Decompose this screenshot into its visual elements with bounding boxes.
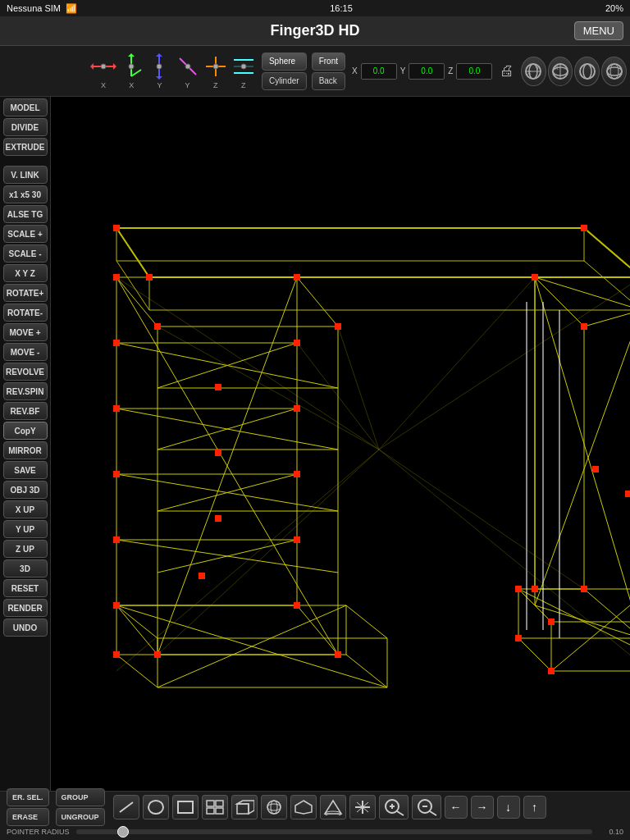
cube-tool[interactable] [231,795,258,819]
nav-right-button[interactable]: → [471,796,494,819]
mirror-button[interactable]: MIRROR [3,441,48,459]
svg-rect-159 [581,323,587,330]
nav-left-button[interactable]: ← [445,796,468,819]
rotateminus-button[interactable]: ROTATE- [3,304,48,322]
svg-rect-139 [113,274,120,281]
mesh-tool[interactable] [290,795,317,819]
threed-button[interactable]: 3D [3,559,48,578]
move-z-button[interactable]: Z [203,51,229,92]
zup-button[interactable]: Z UP [3,540,48,558]
rotate-free-button[interactable] [601,57,627,86]
grid-tool[interactable] [202,795,228,819]
svg-point-177 [148,801,163,814]
svg-rect-146 [335,651,341,658]
canvas-area[interactable] [51,97,630,791]
axis-z2-label: Z [241,81,246,89]
rotateplus-button[interactable]: ROTATE+ [3,284,48,302]
z-input[interactable] [456,63,492,80]
svg-point-188 [267,801,281,814]
scaleplus-button[interactable]: SCALE + [3,225,48,243]
axis-x2-label: X [129,81,134,89]
bottom-slider-row: POINTER RADIUS 0.10 [0,823,630,840]
svg-rect-149 [113,471,120,477]
app-title: Finger3D HD [270,22,359,39]
divide-button[interactable]: DIVIDE [3,118,48,136]
sphere-tool[interactable] [261,795,287,819]
x-input[interactable] [361,63,397,80]
move-x-pos-button[interactable]: X [118,51,144,92]
svg-point-19 [213,64,218,69]
carrier-label: Nessuna SIM [7,3,61,13]
copy-button[interactable]: CopY [3,422,48,440]
xup-button[interactable]: X UP [3,500,48,518]
svg-line-7 [131,70,141,76]
move-x-neg-button[interactable]: X [90,51,116,92]
render-button[interactable]: RENDER [3,599,48,617]
nav-down-button[interactable]: ↓ [497,796,520,819]
nav-up-button[interactable]: ↑ [523,796,546,819]
moveplus-button[interactable]: MOVE + [3,323,48,341]
xyz-button[interactable]: X Y Z [3,264,48,282]
scaleminus-button[interactable]: SCALE - [3,244,48,262]
x-label: X [352,66,358,75]
move-y-button[interactable]: Y [146,51,172,92]
move-y2-button[interactable]: Y [174,51,200,92]
zoom-in-button[interactable] [379,795,409,819]
save-button[interactable]: SAVE [3,461,48,479]
revbf-button[interactable]: REV.BF [3,402,48,420]
axis-x-label: X [101,81,106,89]
xyz-input-group: X Y Z [352,63,492,80]
revolve-button[interactable]: REVOLVE [3,363,48,381]
line-tool[interactable] [113,795,139,819]
time-label: 16:15 [330,3,353,13]
z-label: Z [448,66,453,75]
cross-tool[interactable] [349,795,376,819]
vlink-button[interactable]: V. LINK [3,166,48,184]
rotate-xy-button[interactable]: X Y [521,57,546,86]
left-sidebar: MODEL DIVIDE EXTRUDE V. LINK x1 x5 30 AL… [0,97,51,791]
menu-button[interactable]: MENU [574,21,623,40]
cylinder-button[interactable]: Cylinder [262,72,307,90]
wireframe-view [51,97,630,791]
rectangle-tool[interactable] [172,795,199,819]
model-button[interactable]: MODEL [3,98,48,116]
cone-tool[interactable] [320,795,346,819]
zoom-out-button[interactable] [412,795,441,819]
svg-rect-170 [215,384,221,390]
yup-button[interactable]: Y UP [3,520,48,538]
svg-rect-157 [532,586,538,592]
toolbar-row: EDIT ON EDIT V F X [0,46,630,97]
svg-point-36 [607,64,622,79]
svg-line-203 [397,811,404,815]
svg-line-207 [430,811,436,815]
move-z2-button[interactable]: Z [231,51,257,92]
slider-value: 0.10 [599,828,623,836]
moveminus-button[interactable]: MOVE - [3,343,48,361]
svg-rect-136 [581,225,587,231]
back-button[interactable]: Back [312,72,345,90]
print-button[interactable]: 🖨 [494,57,518,86]
svg-rect-172 [215,515,221,522]
circle-tool[interactable] [143,795,169,819]
extrude-button[interactable]: EXTRUDE [3,138,48,156]
rotate-yz-button[interactable]: Y [574,57,600,86]
svg-text:X: X [555,65,559,71]
revspin-button[interactable]: REV.SPIN [3,382,48,400]
undo-button[interactable]: UNDO [3,619,48,637]
er-sel-button[interactable]: ER. SEL. [7,788,49,806]
rotate-xz-button[interactable]: X [548,57,573,86]
multiplier-button[interactable]: x1 x5 30 [3,185,48,203]
svg-rect-145 [154,651,161,658]
group-button[interactable]: GROUP [56,788,105,806]
er-sel-erase-group: ER. SEL. ERASE [7,788,49,826]
sphere-button[interactable]: Sphere [262,52,307,71]
svg-rect-181 [207,808,214,814]
reset-button[interactable]: RESET [3,579,48,597]
svg-text:Y: Y [536,65,540,71]
front-button[interactable]: Front [312,52,345,71]
obj3d-button[interactable]: OBJ 3D [3,481,48,499]
y-input[interactable] [409,63,445,80]
pointer-radius-slider[interactable] [76,829,592,834]
pointer-radius-label: POINTER RADIUS [7,828,70,836]
alsetg-button[interactable]: ALSE TG [3,205,48,223]
